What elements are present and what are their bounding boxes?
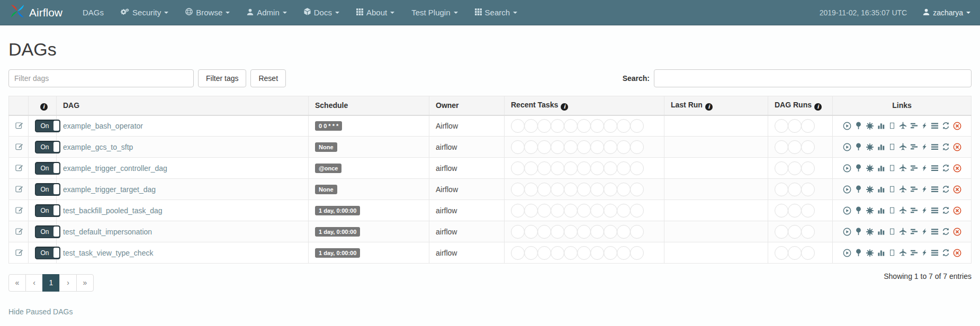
gantt-icon[interactable]: [910, 206, 918, 214]
dag-pause-toggle[interactable]: On: [35, 247, 60, 259]
task-tries-icon[interactable]: [888, 206, 896, 214]
pagination-item-4[interactable]: »: [77, 274, 94, 292]
refresh-icon[interactable]: [942, 122, 950, 130]
reset-button[interactable]: Reset: [250, 69, 286, 87]
pagination-item-0[interactable]: «: [8, 274, 26, 292]
graph-view-icon[interactable]: [866, 228, 874, 236]
code-icon[interactable]: [921, 164, 928, 172]
logs-icon[interactable]: [931, 206, 939, 214]
nav-item-admin[interactable]: Admin: [238, 8, 295, 17]
trigger-dag-icon[interactable]: [843, 185, 851, 194]
graph-view-icon[interactable]: [866, 164, 874, 173]
edit-dag-icon[interactable]: [15, 227, 23, 235]
tree-view-icon[interactable]: [855, 249, 862, 257]
edit-dag-icon[interactable]: [15, 164, 23, 171]
delete-dag-icon[interactable]: [953, 206, 961, 215]
nav-item-search[interactable]: Search: [466, 8, 526, 17]
task-duration-icon[interactable]: [877, 249, 885, 257]
logs-icon[interactable]: [931, 143, 939, 151]
task-duration-icon[interactable]: [877, 206, 885, 214]
delete-dag-icon[interactable]: [953, 122, 961, 130]
code-icon[interactable]: [921, 122, 928, 130]
logs-icon[interactable]: [931, 249, 939, 257]
search-input[interactable]: [654, 69, 972, 87]
task-tries-icon[interactable]: [888, 228, 896, 236]
task-tries-icon[interactable]: [888, 122, 896, 130]
dag-name-link[interactable]: example_bash_operator: [63, 122, 143, 130]
tree-view-icon[interactable]: [855, 228, 862, 236]
dag-pause-toggle[interactable]: On: [35, 183, 60, 196]
dag-name-link[interactable]: test_backfill_pooled_task_dag: [63, 206, 163, 215]
tree-view-icon[interactable]: [855, 185, 862, 193]
trigger-dag-icon[interactable]: [843, 164, 851, 173]
delete-dag-icon[interactable]: [953, 143, 961, 151]
nav-item-dags[interactable]: DAGs: [74, 8, 112, 17]
task-duration-icon[interactable]: [877, 164, 885, 172]
gantt-icon[interactable]: [910, 185, 918, 193]
logs-icon[interactable]: [931, 185, 939, 193]
edit-dag-icon[interactable]: [15, 142, 23, 150]
dag-name-link[interactable]: example_trigger_target_dag: [63, 185, 156, 194]
dag-name-link[interactable]: example_gcs_to_sftp: [63, 143, 133, 151]
brand[interactable]: Airflow: [10, 3, 62, 22]
code-icon[interactable]: [921, 228, 928, 236]
user-menu[interactable]: zacharya: [923, 8, 970, 17]
logs-icon[interactable]: [931, 122, 939, 130]
dag-pause-toggle[interactable]: On: [35, 141, 60, 153]
hide-paused-dags-link[interactable]: Hide Paused DAGs: [8, 307, 73, 316]
code-icon[interactable]: [921, 249, 928, 257]
gantt-icon[interactable]: [910, 164, 918, 172]
task-duration-icon[interactable]: [877, 185, 885, 193]
task-duration-icon[interactable]: [877, 122, 885, 130]
trigger-dag-icon[interactable]: [843, 228, 851, 236]
edit-dag-icon[interactable]: [15, 121, 23, 129]
trigger-dag-icon[interactable]: [843, 249, 851, 257]
refresh-icon[interactable]: [942, 164, 950, 172]
task-duration-icon[interactable]: [877, 228, 885, 236]
edit-dag-icon[interactable]: [15, 185, 23, 193]
task-tries-icon[interactable]: [888, 143, 896, 151]
dag-pause-toggle[interactable]: On: [35, 225, 60, 238]
tree-view-icon[interactable]: [855, 206, 862, 214]
code-icon[interactable]: [921, 143, 928, 151]
filter-dags-input[interactable]: [8, 69, 194, 87]
code-icon[interactable]: [921, 206, 928, 214]
refresh-icon[interactable]: [942, 143, 950, 151]
nav-item-test-plugin[interactable]: Test Plugin: [403, 8, 466, 17]
dag-pause-toggle[interactable]: On: [35, 162, 60, 175]
task-duration-icon[interactable]: [877, 143, 885, 151]
nav-item-about[interactable]: About: [348, 8, 403, 17]
dag-name-link[interactable]: test_default_impersonation: [63, 228, 152, 236]
pagination-item-2[interactable]: 1: [43, 274, 60, 292]
nav-item-browse[interactable]: Browse: [177, 8, 238, 17]
dag-pause-toggle[interactable]: On: [35, 204, 60, 217]
graph-view-icon[interactable]: [866, 249, 874, 257]
graph-view-icon[interactable]: [866, 185, 874, 194]
landing-times-icon[interactable]: [899, 164, 907, 172]
dag-name-link[interactable]: test_task_view_type_check: [63, 249, 153, 257]
gantt-icon[interactable]: [910, 122, 918, 130]
tree-view-icon[interactable]: [855, 143, 862, 151]
landing-times-icon[interactable]: [899, 122, 907, 130]
dag-pause-toggle[interactable]: On: [35, 120, 60, 132]
delete-dag-icon[interactable]: [953, 249, 961, 257]
edit-dag-icon[interactable]: [15, 248, 23, 256]
trigger-dag-icon[interactable]: [843, 206, 851, 215]
landing-times-icon[interactable]: [899, 185, 907, 193]
gantt-icon[interactable]: [910, 228, 918, 236]
landing-times-icon[interactable]: [899, 249, 907, 257]
graph-view-icon[interactable]: [866, 122, 874, 130]
filter-tags-button[interactable]: Filter tags: [198, 69, 246, 87]
tree-view-icon[interactable]: [855, 122, 862, 130]
task-tries-icon[interactable]: [888, 164, 896, 172]
pagination-item-3[interactable]: ›: [60, 274, 77, 292]
task-tries-icon[interactable]: [888, 249, 896, 257]
trigger-dag-icon[interactable]: [843, 122, 851, 130]
delete-dag-icon[interactable]: [953, 185, 961, 194]
refresh-icon[interactable]: [942, 185, 950, 193]
gantt-icon[interactable]: [910, 143, 918, 151]
landing-times-icon[interactable]: [899, 143, 907, 151]
pagination-item-1[interactable]: ‹: [26, 274, 43, 292]
nav-item-security[interactable]: Security: [112, 8, 177, 17]
logs-icon[interactable]: [931, 228, 939, 236]
